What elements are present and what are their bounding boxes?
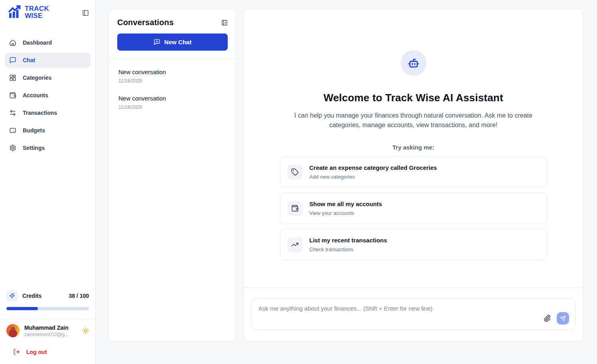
sidebar-item-chat[interactable]: Chat — [5, 53, 91, 68]
conversation-list-item[interactable]: New conversation 11/16/2025 — [109, 89, 236, 116]
try-asking-label: Try asking me: — [392, 144, 434, 151]
suggestion-subtitle: View your accounts — [309, 210, 382, 216]
new-chat-button[interactable]: New Chat — [117, 33, 228, 51]
categories-grid-icon — [9, 74, 16, 81]
logout-label: Log out — [26, 349, 47, 355]
logout-button[interactable]: Log out — [6, 337, 89, 364]
app-logo[interactable]: TRACK WISE — [6, 4, 49, 21]
wallet-icon — [9, 92, 16, 99]
sidebar-item-label: Settings — [23, 145, 45, 151]
sidebar: TRACK WISE Dashboard Chat — [0, 0, 96, 364]
sidebar-item-budgets[interactable]: Budgets — [5, 123, 91, 138]
suggestion-title: Create an expense category called Grocer… — [309, 164, 437, 171]
suggestion-title: List my recent transactions — [309, 237, 387, 244]
sidebar-item-label: Transactions — [23, 110, 57, 116]
gear-icon — [9, 144, 16, 152]
suggestion-subtitle: Add new categories — [309, 174, 437, 180]
logo-chart-icon — [6, 4, 23, 21]
chat-input-zone — [244, 287, 583, 341]
credits-progress-fill — [6, 307, 38, 310]
credits-progress-bar — [6, 307, 89, 310]
sidebar-item-dashboard[interactable]: Dashboard — [5, 35, 91, 50]
wallet-icon — [288, 201, 303, 216]
conversation-date: 11/16/2025 — [118, 78, 226, 84]
suggestion-create-category[interactable]: Create an expense category called Grocer… — [280, 156, 547, 188]
chat-welcome-area: Welcome to Track Wise AI Assistant I can… — [244, 9, 583, 287]
paperclip-icon[interactable] — [544, 315, 551, 322]
sidebar-item-label: Chat — [23, 57, 35, 63]
trending-up-icon — [288, 237, 303, 252]
app-name: TRACK WISE — [25, 5, 49, 20]
home-icon — [9, 39, 16, 46]
sidebar-item-label: Dashboard — [23, 39, 52, 46]
suggestion-list-transactions[interactable]: List my recent transactions Check transa… — [280, 229, 547, 260]
credits-value: 38 / 100 — [69, 293, 89, 299]
user-profile[interactable]: Muhammad Zain zainmemon010@g... — [6, 324, 89, 337]
chat-input[interactable] — [252, 299, 575, 330]
user-email: zainmemon010@g... — [24, 332, 69, 337]
suggestion-show-accounts[interactable]: Show me all my accounts View your accoun… — [280, 193, 547, 224]
conversations-list: New conversation 11/16/2025 New conversa… — [109, 59, 236, 120]
credits-section: Credits 38 / 100 — [0, 290, 95, 301]
tag-icon — [288, 165, 303, 180]
conversation-title: New conversation — [118, 69, 226, 75]
theme-toggle-sun-icon[interactable] — [82, 327, 89, 334]
message-plus-icon — [154, 39, 160, 45]
sparkles-icon — [6, 290, 18, 301]
chat-icon — [9, 57, 16, 64]
sidebar-item-accounts[interactable]: Accounts — [5, 88, 91, 103]
conversation-title: New conversation — [118, 95, 226, 102]
sidebar-item-label: Categories — [23, 75, 51, 81]
welcome-subtitle: I can help you manage your finances thro… — [282, 111, 545, 130]
credits-label: Credits — [22, 293, 41, 299]
suggestion-title: Show me all my accounts — [309, 201, 382, 207]
arrows-left-right-icon — [9, 109, 16, 116]
conversations-title: Conversations — [117, 18, 174, 27]
sidebar-item-label: Accounts — [23, 92, 48, 98]
send-icon — [560, 315, 566, 321]
main-content: Conversations New Chat New conversation … — [96, 0, 597, 364]
conversation-date: 11/16/2025 — [118, 104, 226, 110]
user-name: Muhammad Zain — [24, 325, 69, 331]
sidebar-item-transactions[interactable]: Transactions — [5, 105, 91, 120]
conversation-list-item[interactable]: New conversation 11/16/2025 — [109, 63, 236, 89]
welcome-title: Welcome to Track Wise AI Assistant — [323, 92, 503, 104]
sidebar-item-settings[interactable]: Settings — [5, 140, 91, 155]
sidebar-nav: Dashboard Chat Categories — [0, 35, 95, 155]
panel-collapse-icon[interactable] — [221, 20, 228, 26]
suggestion-list: Create an expense category called Grocer… — [280, 156, 547, 260]
budget-wallet-icon — [9, 127, 16, 134]
bot-avatar — [401, 50, 426, 76]
suggestion-subtitle: Check transactions — [309, 246, 387, 252]
logout-icon — [13, 348, 20, 355]
conversations-panel: Conversations New Chat New conversation … — [108, 9, 236, 341]
sidebar-item-categories[interactable]: Categories — [5, 70, 91, 85]
sidebar-item-label: Budgets — [23, 127, 45, 134]
bot-icon — [407, 56, 420, 70]
chat-panel: Welcome to Track Wise AI Assistant I can… — [243, 9, 583, 341]
send-button[interactable] — [557, 312, 569, 325]
sidebar-collapse-icon[interactable] — [82, 10, 89, 16]
avatar — [6, 324, 20, 337]
